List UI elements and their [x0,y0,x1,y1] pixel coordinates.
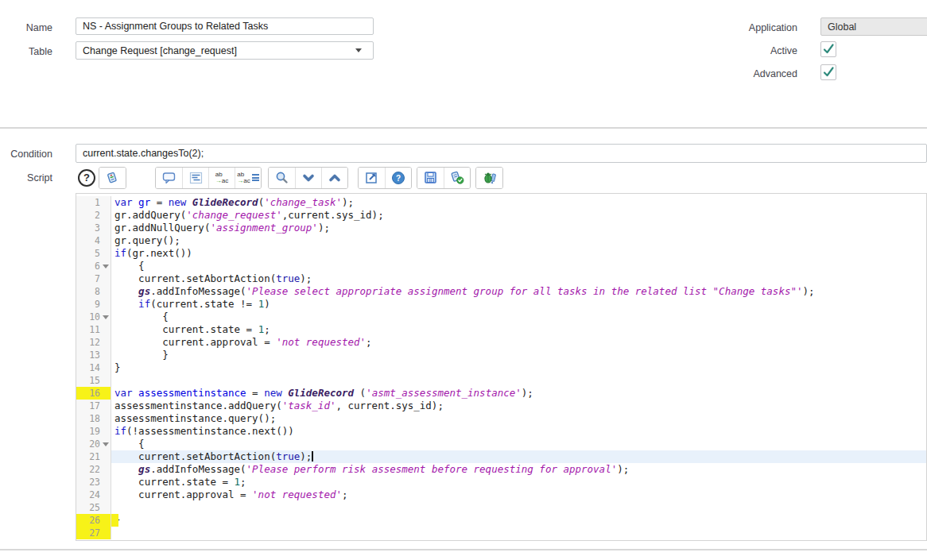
line-number: 12 [89,336,100,349]
line-number: 15 [89,374,100,387]
name-input[interactable] [76,17,374,35]
code-line[interactable]: assessmentinstance.query(); [111,412,926,425]
line-number: 14 [89,361,100,374]
line-number: 1 [95,196,100,209]
syntax-check-icon [450,171,464,184]
code-line[interactable]: var gr = new GlideRecord('change_task'); [111,196,926,209]
gutter-cell[interactable]: 3 [76,222,111,234]
code-line[interactable]: var assessmentinstance = new GlideRecord… [111,387,926,400]
gutter-cell[interactable]: 8 [76,285,111,298]
code-line[interactable]: current.approval = 'not requested'; [111,336,926,349]
gutter-cell[interactable]: 5 [76,247,111,260]
code-line[interactable]: gr.addQuery('change_request',current.sys… [111,209,926,222]
gutter-cell[interactable]: 22 [76,463,111,476]
code-row: 4gr.query(); [76,234,926,247]
code-row: 7 current.setAbortAction(true); [76,272,926,285]
gutter-cell[interactable]: 16 [76,387,111,400]
code-line[interactable] [111,374,926,387]
gutter-cell[interactable]: 14 [76,361,111,374]
gutter-cell[interactable]: 25 [76,501,111,514]
code-line[interactable]: current.setAbortAction(true); [111,272,926,285]
code-line[interactable] [111,501,926,514]
code-line[interactable]: assessmentinstance.addQuery('task_id', c… [111,400,926,412]
gutter-cell[interactable]: 18 [76,412,111,425]
toolbar-replace-button[interactable]: ab →ac [208,168,235,188]
fold-arrow-icon[interactable] [103,442,109,446]
toolbar-find-previous-button[interactable] [321,168,347,188]
toolbar-debug-button[interactable] [476,168,502,188]
toolbar-comment-button[interactable] [156,168,182,188]
code-line[interactable] [111,527,926,539]
fold-arrow-icon[interactable] [103,315,109,319]
code-row: 19if(!assessmentinstance.next()) [76,425,926,438]
gutter-cell[interactable]: 6 [76,260,111,272]
gutter-cell[interactable]: 13 [76,349,111,361]
gutter-cell[interactable]: 26 [76,514,111,527]
gutter-cell[interactable]: 7 [76,272,111,285]
code-line[interactable]: current.state = 1; [111,476,926,489]
gutter-cell[interactable]: 2 [76,209,111,222]
advanced-checkbox[interactable] [820,64,836,80]
toolbar-format-code-button[interactable] [182,168,208,188]
line-number: 8 [95,285,100,298]
code-row: 16var assessmentinstance = new GlideReco… [76,387,926,400]
toolbar-script-editor-button[interactable] [99,168,126,188]
code-line[interactable]: } [111,349,926,361]
code-line[interactable]: current.state = 1; [111,323,926,336]
toolbar-save-button[interactable] [417,168,444,188]
table-select[interactable]: Change Request [change_request] [76,41,374,60]
line-number: 20 [89,438,100,450]
save-icon [424,171,437,184]
code-line[interactable]: gr.addNullQuery('assignment_group'); [111,222,926,234]
code-line[interactable]: current.approval = 'not requested'; [111,489,926,501]
toolbar-open-window-button[interactable] [359,168,385,188]
search-icon [275,171,289,184]
question-mark-icon: ? [83,172,90,183]
chevron-down-icon [302,172,315,183]
gutter-cell[interactable]: 19 [76,425,111,438]
code-line[interactable]: if(!assessmentinstance.next()) [111,425,926,438]
toolbar-find-next-button[interactable] [295,168,321,188]
gutter-cell[interactable]: 23 [76,476,111,489]
gutter-cell[interactable]: 15 [76,374,111,387]
toolbar-replace-all-button[interactable]: ab →ac [235,168,261,188]
code-line[interactable]: gs.addInfoMessage('Please perform risk a… [111,463,926,476]
gutter-cell[interactable]: 4 [76,234,111,247]
line-number: 17 [89,400,100,412]
code-line[interactable]: gs.addInfoMessage('Please select appropr… [111,285,926,298]
gutter-cell[interactable]: 1 [76,196,111,209]
fold-arrow-icon[interactable] [103,265,109,268]
code-line[interactable]: if(current.state != 1) [111,298,926,311]
code-row: 11 current.state = 1; [76,323,926,336]
active-checkbox[interactable] [820,41,836,57]
gutter-cell[interactable]: 27 [76,527,111,539]
code-line[interactable]: { [111,311,926,323]
gutter-cell[interactable]: 24 [76,489,111,501]
line-number: 21 [89,450,100,463]
gutter-cell[interactable]: 12 [76,336,111,349]
code-line[interactable]: if(gr.next()) [111,247,926,260]
code-row: 6 { [76,260,926,272]
toolbar-search-button[interactable] [269,168,295,188]
gutter-cell[interactable]: 17 [76,400,111,412]
code-line[interactable]: } [111,514,926,527]
script-editor[interactable]: 1var gr = new GlideRecord('change_task')… [76,193,927,541]
code-line[interactable]: } [111,361,926,374]
chevron-up-icon [328,172,341,183]
toolbar-syntax-check-button[interactable] [444,168,470,188]
code-line[interactable]: gr.query(); [111,234,926,247]
table-label: Table [0,46,52,57]
gutter-cell[interactable]: 9 [76,298,111,311]
code-line[interactable]: { [111,260,926,272]
gutter-cell[interactable]: 10 [76,311,111,323]
code-line[interactable]: { [111,438,926,450]
gutter-cell[interactable]: 20 [76,438,111,450]
code-row: 15 [76,374,926,387]
gutter-cell[interactable]: 21 [76,450,111,463]
gutter-cell[interactable]: 11 [76,323,111,336]
field-help-button[interactable]: ? [78,169,95,187]
condition-input[interactable] [76,144,927,163]
toolbar-help-button[interactable]: ? [385,168,411,188]
code-line[interactable]: current.setAbortAction(true); [111,450,926,463]
code-row: 3gr.addNullQuery('assignment_group'); [76,222,926,234]
